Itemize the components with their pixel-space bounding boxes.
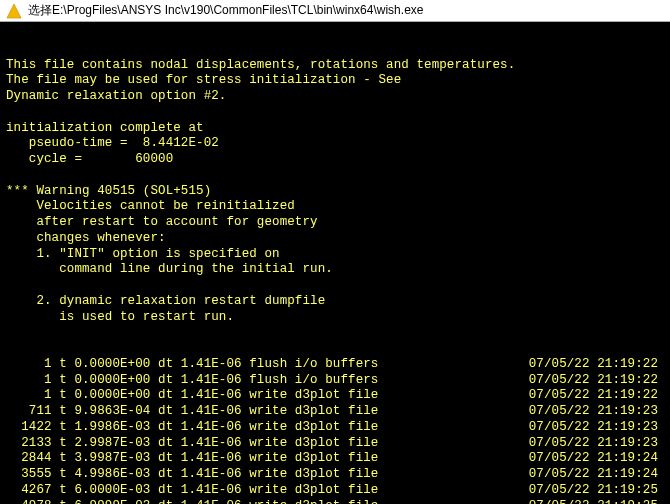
log-row: 1 t 0.0000E+00 dt 1.41E-06 flush i/o buf… [6, 357, 664, 373]
console-output: This file contains nodal displacements, … [0, 22, 670, 504]
console-line [6, 105, 664, 121]
svg-marker-0 [7, 4, 21, 18]
log-row: 711 t 9.9863E-04 dt 1.41E-06 write d3plo… [6, 404, 664, 420]
log-row: 1 t 0.0000E+00 dt 1.41E-06 flush i/o buf… [6, 373, 664, 389]
log-left: 711 t 9.9863E-04 dt 1.41E-06 write d3plo… [6, 404, 378, 420]
log-timestamp: 07/05/22 21:19:22 [489, 357, 664, 373]
log-timestamp: 07/05/22 21:19:25 [489, 499, 664, 505]
log-timestamp: 07/05/22 21:19:23 [489, 404, 664, 420]
console-line: The file may be used for stress initiali… [6, 73, 664, 89]
console-log: 1 t 0.0000E+00 dt 1.41E-06 flush i/o buf… [6, 357, 664, 504]
console-line: Dynamic relaxation option #2. [6, 89, 664, 105]
log-row: 1422 t 1.9986E-03 dt 1.41E-06 write d3pl… [6, 420, 664, 436]
console-line: This file contains nodal displacements, … [6, 58, 664, 74]
log-timestamp: 07/05/22 21:19:22 [489, 388, 664, 404]
console-line [6, 168, 664, 184]
window-titlebar: 选择E:\ProgFiles\ANSYS Inc\v190\CommonFile… [0, 0, 670, 22]
console-line: *** Warning 40515 (SOL+515) [6, 184, 664, 200]
log-left: 1 t 0.0000E+00 dt 1.41E-06 flush i/o buf… [6, 357, 378, 373]
console-line: cycle = 60000 [6, 152, 664, 168]
console-line: Velocities cannot be reinitialized [6, 199, 664, 215]
log-row: 1 t 0.0000E+00 dt 1.41E-06 write d3plot … [6, 388, 664, 404]
log-timestamp: 07/05/22 21:19:22 [489, 373, 664, 389]
log-row: 3555 t 4.9986E-03 dt 1.41E-06 write d3pl… [6, 467, 664, 483]
log-left: 1422 t 1.9986E-03 dt 1.41E-06 write d3pl… [6, 420, 378, 436]
log-left: 4267 t 6.0000E-03 dt 1.41E-06 write d3pl… [6, 483, 378, 499]
console-line: 2. dynamic relaxation restart dumpfile [6, 294, 664, 310]
log-row: 2133 t 2.9987E-03 dt 1.41E-06 write d3pl… [6, 436, 664, 452]
ansys-icon [6, 3, 22, 19]
log-left: 2133 t 2.9987E-03 dt 1.41E-06 write d3pl… [6, 436, 378, 452]
log-row: 4267 t 6.0000E-03 dt 1.41E-06 write d3pl… [6, 483, 664, 499]
console-line: command line during the initial run. [6, 262, 664, 278]
log-left: 2844 t 3.9987E-03 dt 1.41E-06 write d3pl… [6, 451, 378, 467]
log-row: 2844 t 3.9987E-03 dt 1.41E-06 write d3pl… [6, 451, 664, 467]
log-timestamp: 07/05/22 21:19:25 [489, 483, 664, 499]
console-line: pseudo-time = 8.4412E-02 [6, 136, 664, 152]
log-left: 1 t 0.0000E+00 dt 1.41E-06 flush i/o buf… [6, 373, 378, 389]
log-left: 4978 t 6.9999E-03 dt 1.41E-06 write d3pl… [6, 499, 378, 505]
console-line: changes whenever: [6, 231, 664, 247]
log-row: 4978 t 6.9999E-03 dt 1.41E-06 write d3pl… [6, 499, 664, 505]
log-timestamp: 07/05/22 21:19:23 [489, 420, 664, 436]
console-header: This file contains nodal displacements, … [6, 58, 664, 326]
window-title: 选择E:\ProgFiles\ANSYS Inc\v190\CommonFile… [28, 2, 423, 19]
console-line: after restart to account for geometry [6, 215, 664, 231]
log-left: 1 t 0.0000E+00 dt 1.41E-06 write d3plot … [6, 388, 378, 404]
console-line: initialization complete at [6, 121, 664, 137]
log-left: 3555 t 4.9986E-03 dt 1.41E-06 write d3pl… [6, 467, 378, 483]
console-line: is used to restart run. [6, 310, 664, 326]
log-timestamp: 07/05/22 21:19:24 [489, 451, 664, 467]
console-line: 1. "INIT" option is specified on [6, 247, 664, 263]
log-timestamp: 07/05/22 21:19:24 [489, 467, 664, 483]
console-line [6, 278, 664, 294]
log-timestamp: 07/05/22 21:19:23 [489, 436, 664, 452]
